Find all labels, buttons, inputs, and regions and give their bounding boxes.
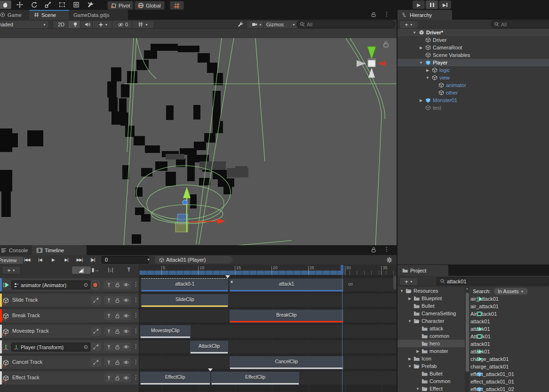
- project-folder-row[interactable]: Bullet: [398, 370, 465, 377]
- timeline-clip[interactable]: MovestepClip: [140, 325, 191, 339]
- track-header[interactable]: {..}Effect Track⋮: [0, 371, 139, 384]
- project-folder-row[interactable]: hero: [398, 340, 465, 347]
- track-kebab-icon[interactable]: ⋮: [133, 343, 139, 350]
- tool-rotate-button[interactable]: [27, 0, 40, 9]
- foldout-closed-icon[interactable]: ▶: [419, 46, 423, 50]
- lock-icon[interactable]: [115, 344, 120, 350]
- hierarchy-search-input[interactable]: [501, 22, 549, 27]
- track-header[interactable]: {..}Break Track⋮: [0, 309, 139, 322]
- project-folder-row[interactable]: ▼Resources: [398, 287, 465, 295]
- add-track-button[interactable]: +▼: [2, 266, 21, 274]
- timeline-clip[interactable]: attack0-1: [141, 278, 229, 292]
- search-result-row[interactable]: air_attack01: [470, 295, 549, 303]
- search-result-row[interactable]: effect_attack01_01: [470, 378, 549, 385]
- tool-hand-button[interactable]: [0, 0, 11, 9]
- scene-search-field[interactable]: [296, 20, 395, 28]
- eye-icon[interactable]: [123, 375, 129, 381]
- lock-icon[interactable]: [115, 329, 120, 334]
- hierarchy-row[interactable]: test: [398, 104, 549, 112]
- timeline-clip[interactable]: SlideClip: [141, 294, 229, 308]
- timeline-clip[interactable]: attack1: [229, 278, 344, 292]
- track-header[interactable]: {..}Movestep Track⋮: [0, 325, 139, 338]
- search-result-row[interactable]: attack01: [470, 340, 549, 348]
- search-result-row[interactable]: air_attack01: [470, 303, 549, 310]
- curves-button[interactable]: [91, 358, 101, 367]
- timeline-ruler[interactable]: 5101520253035: [139, 264, 397, 276]
- grid-snap-toggle[interactable]: [170, 1, 184, 10]
- clip-edit-mode-ripple-button[interactable]: ▮→: [89, 266, 102, 273]
- project-folder-row[interactable]: Bullet: [398, 302, 465, 310]
- lock-icon[interactable]: [115, 298, 120, 303]
- previous-frame-button[interactable]: |◀: [34, 256, 46, 264]
- foldout-closed-icon[interactable]: ▶: [415, 349, 420, 353]
- timeline-clip[interactable]: EffectClip: [211, 371, 300, 385]
- eye-icon[interactable]: [123, 282, 129, 288]
- global-toggle[interactable]: Global: [135, 1, 165, 10]
- lock-icon[interactable]: [115, 360, 120, 365]
- search-result-row[interactable]: attack01: [470, 325, 549, 333]
- tab-gamedata-gdjs[interactable]: GameData.gdjs: [69, 10, 128, 20]
- track-kebab-icon[interactable]: ⋮: [133, 374, 139, 381]
- eye-icon[interactable]: [123, 297, 129, 303]
- record-button[interactable]: [91, 280, 100, 289]
- foldout-closed-icon[interactable]: ▶: [407, 296, 412, 301]
- 2d-toggle[interactable]: 2D: [53, 20, 70, 29]
- pivot-toggle[interactable]: Pivot: [107, 1, 134, 10]
- hierarchy-row[interactable]: ▼Player: [398, 59, 549, 66]
- track-kebab-icon[interactable]: ⋮: [133, 296, 139, 303]
- project-folder-row[interactable]: ▼Prefab: [398, 362, 465, 370]
- chevron-down-icon[interactable]: ▼: [147, 258, 150, 261]
- tool-transform-button[interactable]: [70, 0, 82, 9]
- project-folder-row[interactable]: ▶monster: [398, 347, 465, 355]
- project-folder-row[interactable]: CameraSetting: [398, 310, 465, 317]
- foldout-open-icon[interactable]: ▼: [419, 61, 423, 65]
- tool-scale-button[interactable]: [41, 0, 54, 9]
- project-search-field[interactable]: [437, 277, 549, 285]
- hierarchy-search-field[interactable]: [491, 20, 549, 28]
- tab-timeline[interactable]: Timeline: [32, 245, 87, 255]
- grid-visibility-dropdown[interactable]: ▼: [132, 20, 154, 29]
- playhead-marker[interactable]: [341, 265, 343, 275]
- tab-project[interactable]: Project: [398, 265, 448, 276]
- hierarchy-row[interactable]: Driver: [398, 36, 549, 44]
- next-frame-button[interactable]: ▶|: [60, 256, 72, 264]
- goto-end-button[interactable]: ▶▶|: [73, 256, 86, 264]
- hierarchy-row[interactable]: ▼Driver*: [398, 29, 549, 36]
- search-result-row[interactable]: attack01: [470, 318, 549, 325]
- lock-icon[interactable]: [371, 247, 376, 253]
- object-picker-icon[interactable]: ⊙: [84, 282, 88, 288]
- mute-pin-icon[interactable]: [106, 360, 111, 365]
- project-folder-row[interactable]: ▼Effect: [398, 385, 465, 392]
- timeline-marker[interactable]: [225, 275, 230, 278]
- play-button[interactable]: ▶: [47, 256, 59, 264]
- frame-field[interactable]: 0: [102, 256, 149, 264]
- hierarchy-row[interactable]: ▶logic: [398, 66, 549, 74]
- mute-pin-icon[interactable]: [106, 298, 111, 303]
- timeline-clip[interactable]: AttackClip: [190, 340, 229, 354]
- play-range-button[interactable]: [▶]: [87, 256, 99, 264]
- search-result-row[interactable]: AirAttack01: [470, 310, 549, 318]
- search-scope-dropdown[interactable]: In Assets▼: [493, 288, 528, 295]
- pause-button[interactable]: [426, 0, 438, 9]
- track-kebab-icon[interactable]: ⋮: [133, 328, 139, 334]
- foldout-closed-icon[interactable]: ▶: [419, 98, 423, 103]
- lock-icon[interactable]: [371, 12, 376, 17]
- eye-icon[interactable]: [123, 360, 129, 365]
- track-kebab-icon[interactable]: ⋮: [133, 312, 139, 319]
- mute-pin-icon[interactable]: [106, 313, 111, 319]
- foldout-open-icon[interactable]: ▼: [407, 364, 412, 368]
- project-folder-row[interactable]: ▼Character: [398, 317, 465, 325]
- project-folder-row[interactable]: attack: [398, 325, 465, 332]
- foldout-open-icon[interactable]: ▼: [415, 387, 420, 391]
- add-asset-button[interactable]: +▼: [399, 277, 418, 286]
- track-kebab-icon[interactable]: ⋮: [133, 281, 139, 288]
- add-object-button[interactable]: +▼: [399, 20, 418, 29]
- hierarchy-row[interactable]: animator: [398, 81, 549, 89]
- tab-hierarchy[interactable]: Hierarchy: [398, 10, 452, 20]
- mute-pin-icon[interactable]: [106, 344, 111, 350]
- timeline-clip[interactable]: EffectClip: [140, 371, 211, 385]
- timeline-settings-button[interactable]: [385, 256, 393, 264]
- track-header[interactable]: animator (Animator)⊙⋮: [0, 278, 139, 291]
- scrollbar-thumb[interactable]: [466, 293, 469, 372]
- curves-button[interactable]: [91, 327, 101, 336]
